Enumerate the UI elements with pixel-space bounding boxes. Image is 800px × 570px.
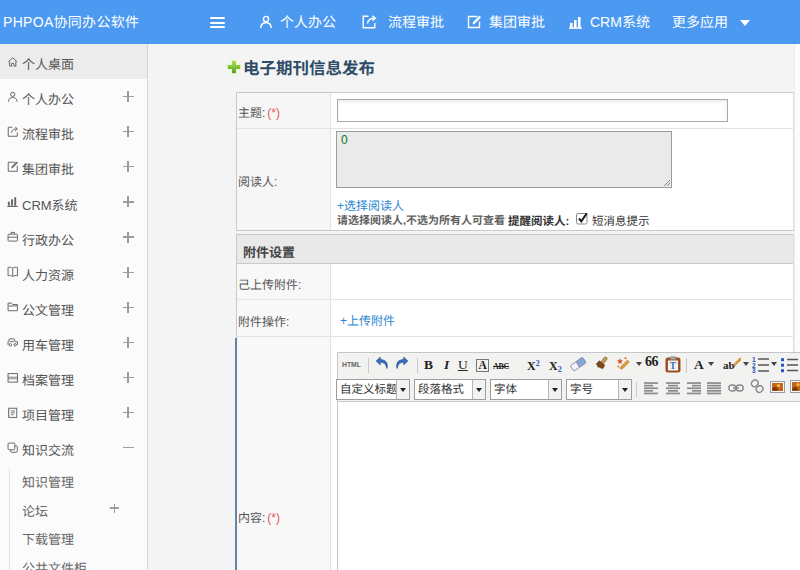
svg-text:T: T	[670, 361, 677, 371]
svg-text:3: 3	[752, 367, 756, 373]
svg-text:ab: ab	[723, 359, 735, 371]
